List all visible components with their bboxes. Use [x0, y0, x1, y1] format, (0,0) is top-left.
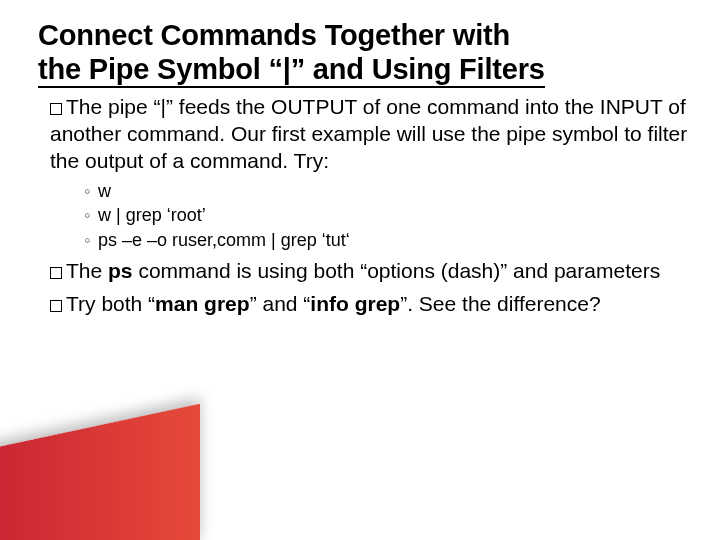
sub-item-1: ◦w — [84, 179, 692, 203]
sublist: ◦w ◦w | grep ‘root’ ◦ps –e –o ruser,comm… — [84, 179, 692, 252]
title-line-1: Connect Commands Together with — [38, 19, 510, 51]
p2-b1: ps — [108, 259, 133, 282]
sub-item-1-text: w — [98, 181, 111, 201]
p3-q1: “man grep” — [148, 292, 257, 315]
para-1-run-1: The pipe “|” feeds the OUTPUT of one com… — [50, 95, 687, 172]
para-3: Try both “man grep” and “info grep”. See… — [50, 291, 692, 318]
para-1: The pipe “|” feeds the OUTPUT of one com… — [50, 94, 692, 175]
p3-b1: man grep — [155, 292, 250, 315]
sub-item-2: ◦w | grep ‘root’ — [84, 203, 692, 227]
sub-item-2-text: w | grep ‘root’ — [98, 205, 206, 225]
p2-r1: The — [66, 259, 102, 282]
sub-item-3-text: ps –e –o ruser,comm | grep ‘tut‘ — [98, 230, 350, 250]
ring-bullet-icon: ◦ — [84, 228, 98, 252]
checkbox-icon — [50, 300, 62, 312]
title-line-2: the Pipe Symbol “|” and Using Filters — [38, 53, 545, 88]
sub-item-3: ◦ps –e –o ruser,comm | grep ‘tut‘ — [84, 228, 692, 252]
p3-r1: Try both — [66, 292, 142, 315]
p3-r3: See the difference? — [419, 292, 601, 315]
p2-r2: command is using both “options (dash)” a… — [138, 259, 660, 282]
p3-r2: and — [262, 292, 297, 315]
ring-bullet-icon: ◦ — [84, 179, 98, 203]
p3-b2: info grep — [310, 292, 400, 315]
checkbox-icon — [50, 103, 62, 115]
p3-q2: “info grep”. — [303, 292, 413, 315]
slide-title: Connect Commands Together with the Pipe … — [38, 18, 692, 86]
checkbox-icon — [50, 267, 62, 279]
ring-bullet-icon: ◦ — [84, 203, 98, 227]
decorative-wedge — [0, 404, 200, 540]
slide-body: The pipe “|” feeds the OUTPUT of one com… — [38, 94, 692, 317]
para-2: The ps command is using both “options (d… — [50, 258, 692, 285]
